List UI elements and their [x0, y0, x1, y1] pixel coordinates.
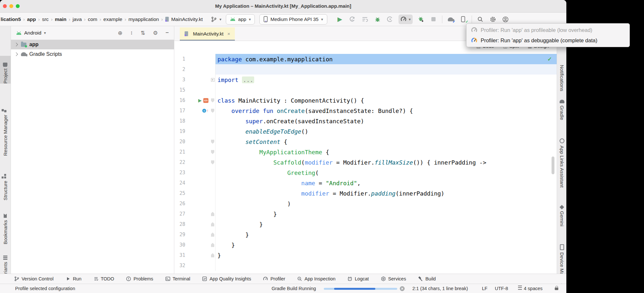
chevron-right-icon[interactable]: [14, 43, 18, 46]
code-text[interactable]: }: [215, 240, 557, 250]
fold-region[interactable]: [210, 150, 215, 154]
breadcrumb-item-app[interactable]: app: [27, 16, 36, 22]
project-view-select[interactable]: Android: [24, 30, 41, 36]
fold-region[interactable]: [210, 98, 215, 103]
code-line-20[interactable]: 20 setContent {: [174, 136, 557, 147]
device-select[interactable]: Medium Phone API 35 ▾: [259, 14, 327, 25]
locate-icon[interactable]: ⊕: [118, 30, 122, 36]
code-area[interactable]: 1package com.example.myapplication23+imp…: [174, 54, 557, 271]
account-icon[interactable]: [501, 15, 510, 24]
run-icon[interactable]: ▶: [336, 15, 344, 24]
fold-region[interactable]: [210, 140, 215, 144]
tool-window-button-problems[interactable]: Problems: [126, 276, 153, 281]
breadcrumb-item-java[interactable]: java: [72, 16, 82, 22]
tool-window-button-profiler[interactable]: Profiler: [263, 276, 285, 281]
code-line-25[interactable]: 25 modifier = Modifier.padding(innerPadd…: [174, 188, 557, 198]
device-manager-icon[interactable]: ✓: [459, 15, 467, 24]
fold-region[interactable]: [210, 160, 215, 165]
fold-end-icon[interactable]: [211, 253, 214, 258]
fold-start-icon[interactable]: [211, 140, 214, 144]
fold-start-icon[interactable]: [211, 109, 214, 113]
cancel-build-icon[interactable]: ✕: [400, 286, 405, 291]
profiler-icon[interactable]: [399, 15, 408, 24]
fold-region[interactable]: [210, 243, 215, 247]
code-text[interactable]: modifier = Modifier.padding(innerPadding…: [215, 188, 557, 198]
chevron-down-icon[interactable]: ▾: [44, 31, 46, 35]
code-text[interactable]: setContent {: [215, 136, 557, 147]
fold-end-icon[interactable]: [211, 222, 214, 227]
breadcrumb-item-myapplication[interactable]: myapplication: [129, 16, 159, 22]
breadcrumb-item-com[interactable]: com: [88, 16, 97, 22]
code-text[interactable]: MyApplicationTheme {: [215, 147, 557, 157]
hide-icon[interactable]: −: [166, 30, 169, 36]
breadcrumb-item-mainactivity-kt[interactable]: MainActivity.kt: [165, 16, 203, 22]
tool-window-button-version-control[interactable]: Version Control: [14, 276, 53, 281]
code-text[interactable]: ): [215, 198, 557, 209]
apply-code-changes-icon[interactable]: [361, 15, 369, 24]
inspections-ok-icon[interactable]: ✓: [547, 56, 552, 63]
code-line-22[interactable]: 22 Scaffold(modifier = Modifier.fillMaxS…: [174, 157, 557, 167]
tree-item-gradle-scripts[interactable]: Gradle Scripts: [11, 49, 174, 59]
code-line-24[interactable]: 24 name = "Android",: [174, 178, 557, 188]
fold-start-icon[interactable]: [211, 98, 214, 103]
code-line-16[interactable]: 16▶</>class MainActivity : ComponentActi…: [174, 95, 557, 106]
tab-mainactivity[interactable]: MainActivity.kt ×: [180, 27, 235, 41]
sidebar-item-project[interactable]: Project: [0, 56, 11, 84]
code-line-26[interactable]: 26 ): [174, 198, 557, 209]
code-text[interactable]: [215, 85, 557, 95]
tool-window-button-todo[interactable]: TODO: [93, 276, 114, 281]
tool-window-button-app-inspection[interactable]: App Inspection: [297, 276, 335, 281]
fold-start-icon[interactable]: [211, 160, 214, 165]
code-line-3[interactable]: 3+import ...: [174, 75, 557, 85]
code-text[interactable]: }: [215, 250, 557, 260]
code-text[interactable]: }: [215, 219, 557, 229]
code-line-2[interactable]: 2: [174, 64, 557, 75]
attach-debugger-icon[interactable]: [417, 15, 425, 24]
menu-item-profiler-debuggable[interactable]: Profiler: Run 'app' as debuggable (compl…: [466, 35, 630, 45]
sidebar-item-gemini[interactable]: Gemini: [557, 206, 566, 235]
fold-region[interactable]: [210, 212, 215, 216]
code-line-23[interactable]: 23 Greeting(: [174, 167, 557, 178]
fold-end-icon[interactable]: [211, 233, 214, 237]
code-text[interactable]: super.onCreate(savedInstanceState): [215, 116, 557, 126]
settings-icon[interactable]: ⚙: [153, 30, 158, 36]
fold-expand-icon[interactable]: +: [211, 78, 215, 82]
code-text[interactable]: override fun onCreate(savedInstanceState…: [215, 106, 557, 116]
indent-setting[interactable]: 4 spaces: [518, 284, 543, 293]
sidebar-item-app-links-assistant[interactable]: App Links Assistant: [557, 138, 566, 198]
tool-window-button-app-quality-insights[interactable]: App Quality Insights: [202, 276, 251, 281]
file-encoding[interactable]: UTF-8: [495, 284, 508, 293]
code-line-29[interactable]: 29 }: [174, 229, 557, 240]
sync-gradle-icon[interactable]: ✓: [447, 15, 455, 24]
code-text[interactable]: import ...: [215, 75, 557, 85]
code-line-18[interactable]: 18 super.onCreate(savedInstanceState): [174, 116, 557, 126]
menu-item-profiler-profileable[interactable]: Profiler: Run 'app' as profileable (low …: [466, 25, 630, 35]
code-text[interactable]: enableEdgeToEdge(): [215, 126, 557, 136]
code-line-21[interactable]: 21 MyApplicationTheme {: [174, 147, 557, 157]
code-text[interactable]: }: [215, 209, 557, 219]
fold-region[interactable]: [210, 109, 215, 113]
code-text[interactable]: Greeting(: [215, 167, 557, 178]
code-line-17[interactable]: 17o↑ override fun onCreate(savedInstance…: [174, 106, 557, 116]
tool-window-button-run[interactable]: Run: [65, 276, 82, 281]
fold-region[interactable]: [210, 253, 215, 258]
profiler-dropdown-chevron[interactable]: ▾: [408, 17, 412, 22]
breadcrumb-item-example[interactable]: example: [103, 16, 122, 22]
chevron-right-icon[interactable]: [14, 52, 18, 56]
code-line-31[interactable]: 31}: [174, 250, 557, 260]
tool-window-button-services[interactable]: Services: [381, 276, 406, 281]
code-text[interactable]: package com.example.myapplication: [215, 54, 557, 64]
sidebar-item-bookmarks[interactable]: Bookmarks: [0, 203, 11, 244]
fold-end-icon[interactable]: [211, 212, 214, 216]
write-access-lock-icon[interactable]: [555, 284, 558, 293]
breadcrumb-item-main[interactable]: main: [55, 16, 66, 22]
close-tab-icon[interactable]: ×: [227, 31, 230, 36]
sidebar-item-resource-manager[interactable]: Resource Manager: [0, 93, 11, 156]
code-line-15[interactable]: 15: [174, 85, 557, 95]
fold-region[interactable]: +: [210, 78, 215, 82]
tool-window-button-logcat[interactable]: Logcat: [347, 276, 369, 281]
tool-window-button-terminal[interactable]: Terminal: [165, 276, 190, 281]
search-icon[interactable]: [476, 15, 485, 24]
fold-region[interactable]: [210, 233, 215, 237]
vcs-dropdown-chevron[interactable]: ▾: [219, 17, 221, 22]
